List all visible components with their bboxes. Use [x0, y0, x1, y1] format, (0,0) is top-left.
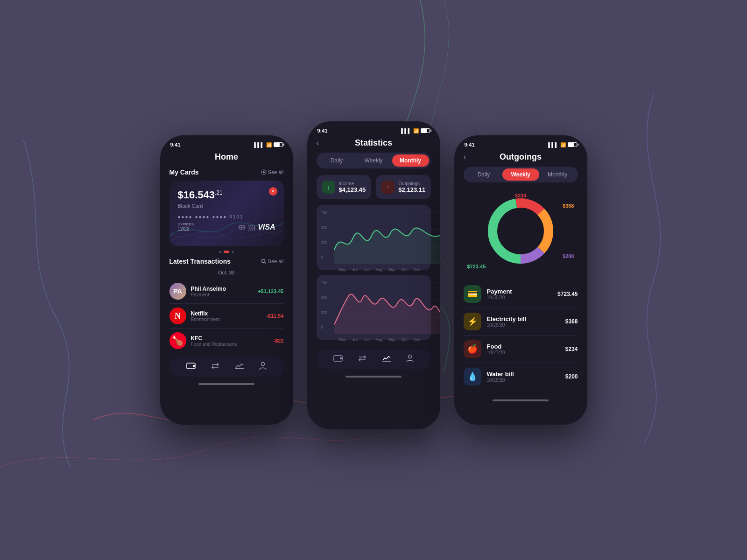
- dot-1: [219, 251, 221, 253]
- x-label-jul: Jul: [365, 267, 369, 272]
- card-icon: 💳: [467, 289, 478, 299]
- outgoing-name: Payment: [487, 288, 558, 295]
- wallet-icon: [186, 362, 196, 370]
- tab-weekly[interactable]: Weekly: [355, 154, 392, 167]
- bottom-nav: [169, 357, 284, 377]
- income-chart: 750 500 250 0 May Jun: [317, 205, 431, 270]
- phone-notch: [203, 135, 250, 146]
- transactions-see-all[interactable]: See all: [261, 259, 284, 264]
- gear-icon: [261, 169, 267, 175]
- chart-x-labels: May Jun Jul Aug Sep Oct Nov: [334, 267, 425, 272]
- outgoings-header: ‹ Outgoings: [464, 149, 578, 167]
- transaction-name: Phil Anselmo: [191, 286, 258, 292]
- signal-icon: ▌▌▌: [401, 128, 411, 133]
- search-icon: [261, 259, 267, 264]
- droplet-icon: 💧: [467, 371, 478, 382]
- status-icons: ▌▌▌ 📶: [548, 142, 577, 147]
- y-label-750: 750: [321, 210, 327, 215]
- home-title: Home: [169, 152, 284, 162]
- tab-monthly[interactable]: Monthly: [392, 154, 429, 167]
- outgoings-chart: 750 500 250 0 May Jun: [317, 275, 431, 340]
- svg-rect-20: [340, 357, 342, 359]
- transaction-name: KFC: [191, 335, 274, 342]
- outgoing-info: Payment 10/30/20: [487, 288, 558, 300]
- credit-card[interactable]: ✕ $16.543.21 Black Card ●●●● ●●●● ●●●● 0…: [169, 181, 284, 246]
- y-label-250: 250: [321, 310, 327, 315]
- time: 9:41: [317, 128, 328, 133]
- transaction-category: Payment: [191, 292, 258, 297]
- x-label-may: May: [339, 267, 346, 272]
- my-cards-see-all[interactable]: See all: [261, 169, 284, 175]
- apple-icon: 🍎: [467, 344, 478, 354]
- svg-rect-8: [193, 365, 195, 367]
- tab-group: Daily Weekly Monthly: [464, 167, 578, 182]
- chart-icon: [382, 355, 391, 362]
- transaction-item[interactable]: 🍗 KFC Food and Restaurants -$22: [169, 329, 284, 353]
- transactions-label: Latest Transactions: [169, 258, 231, 265]
- nav-chart[interactable]: [235, 362, 244, 370]
- wifi-icon: 📶: [413, 128, 419, 133]
- nav-transfer[interactable]: [211, 362, 220, 370]
- lightning-icon: ⚡: [467, 316, 478, 327]
- nav-person[interactable]: [259, 362, 267, 370]
- outgoing-item[interactable]: ⚡ Electricity bill 10/28/20 $368: [464, 308, 578, 336]
- outgoing-name: Water bill: [487, 371, 565, 378]
- outgoings-value: $2,123.11: [398, 186, 425, 193]
- electricity-icon: ⚡: [464, 313, 481, 330]
- y-label-0: 0: [321, 255, 323, 259]
- outgoings-label: Outgoings: [398, 181, 425, 186]
- back-button[interactable]: ‹: [317, 138, 319, 148]
- nav-wallet[interactable]: [186, 362, 196, 370]
- stats-header: ‹ Statistics: [317, 135, 431, 153]
- battery-icon: [421, 128, 430, 133]
- svg-rect-21: [382, 361, 391, 362]
- outgoing-item[interactable]: 🍎 Food 10/27/20 $234: [464, 336, 578, 363]
- my-cards-header: My Cards See all: [169, 168, 284, 176]
- x-label-aug: Aug: [376, 337, 382, 342]
- person-icon: [259, 362, 267, 370]
- wifi-icon: 📶: [560, 142, 566, 147]
- netflix-icon: N: [175, 311, 181, 321]
- nav-wallet[interactable]: [333, 355, 343, 362]
- donut-svg: [469, 189, 572, 273]
- x-label-jul: Jul: [365, 337, 369, 342]
- transaction-item[interactable]: PA Phil Anselmo Payment +$1,123.45: [169, 279, 284, 304]
- card-badge: ✕: [269, 187, 277, 196]
- outgoing-item[interactable]: 💳 Payment 10/30/20 $723.45: [464, 280, 578, 308]
- outgoing-amount: $723.45: [557, 291, 578, 297]
- donut-chart: $234 $368 $200 $723.45: [464, 189, 578, 273]
- food-icon: 🍎: [464, 340, 481, 358]
- nav-person[interactable]: [406, 354, 414, 363]
- wifi-icon: 📶: [266, 142, 272, 147]
- outgoing-item[interactable]: 💧 Water bill 10/25/20 $200: [464, 363, 578, 390]
- tab-daily[interactable]: Daily: [318, 154, 355, 167]
- nav-chart[interactable]: [382, 355, 391, 362]
- battery-icon: [568, 142, 577, 147]
- outgoings-card: ↑ Outgoings $2,123.11: [376, 175, 431, 199]
- nav-transfer[interactable]: [358, 355, 367, 362]
- card-type: Black Card: [178, 203, 275, 209]
- svg-point-5: [261, 259, 265, 263]
- outgoing-name: Food: [487, 343, 565, 350]
- outgoings-chart-svg: [334, 282, 440, 334]
- status-icons: ▌▌▌ 📶: [401, 128, 430, 133]
- x-label-oct: Oct: [402, 267, 407, 272]
- x-label-sep: Sep: [388, 267, 395, 272]
- transaction-item[interactable]: N Netflix Entertainment -$11.54: [169, 304, 284, 329]
- home-indicator: [493, 399, 549, 401]
- transaction-info: KFC Food and Restaurants: [191, 335, 274, 347]
- svg-point-22: [409, 355, 412, 358]
- outgoing-info: Food 10/27/20: [487, 343, 565, 355]
- donut-label-368: $368: [563, 203, 574, 209]
- donut-label-200: $200: [563, 253, 574, 259]
- phones-container: 9:41 ▌▌▌ 📶 Home My Cards See all: [160, 131, 587, 429]
- transfer-icon: [358, 355, 367, 362]
- avatar-img: PA: [169, 283, 186, 300]
- outgoing-amount: $368: [565, 318, 578, 325]
- tab-weekly[interactable]: Weekly: [502, 168, 539, 181]
- transaction-date: Oct, 30: [169, 270, 284, 275]
- x-label-aug: Aug: [376, 267, 382, 272]
- tab-monthly[interactable]: Monthly: [539, 168, 576, 181]
- tab-daily[interactable]: Daily: [465, 168, 502, 181]
- back-button[interactable]: ‹: [464, 152, 466, 162]
